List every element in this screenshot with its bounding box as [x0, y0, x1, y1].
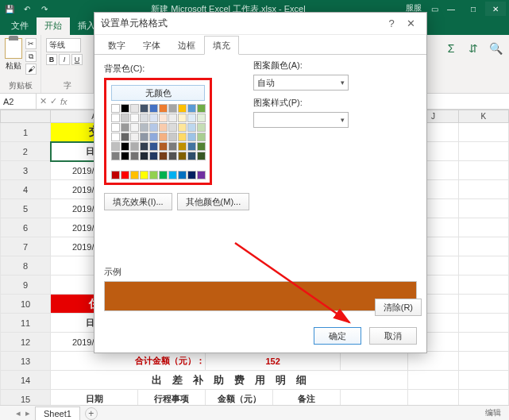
- color-swatch[interactable]: [111, 152, 120, 160]
- color-swatch[interactable]: [149, 133, 158, 141]
- color-swatch[interactable]: [121, 133, 129, 141]
- color-swatch[interactable]: [159, 123, 168, 132]
- cell[interactable]: 备注: [273, 390, 341, 406]
- color-swatch[interactable]: [149, 123, 158, 132]
- color-swatch[interactable]: [168, 171, 177, 179]
- color-swatch[interactable]: [149, 104, 158, 113]
- tab-home[interactable]: 开始: [37, 17, 70, 35]
- maximize-icon[interactable]: □: [463, 2, 484, 16]
- italic-button[interactable]: I: [59, 54, 70, 65]
- color-swatch[interactable]: [130, 171, 139, 179]
- color-swatch[interactable]: [159, 104, 168, 113]
- color-swatch[interactable]: [187, 152, 196, 160]
- clear-button[interactable]: 清除(R): [375, 299, 422, 316]
- color-swatch[interactable]: [168, 123, 177, 132]
- color-swatch[interactable]: [197, 142, 206, 151]
- color-swatch[interactable]: [178, 123, 187, 132]
- color-swatch[interactable]: [111, 142, 120, 151]
- paste-button[interactable]: 粘贴: [5, 38, 22, 71]
- color-swatch[interactable]: [187, 114, 196, 122]
- cell[interactable]: 合计金额（元）：: [51, 352, 206, 371]
- col-K[interactable]: K: [458, 110, 508, 123]
- color-swatch[interactable]: [140, 123, 148, 132]
- sheet-nav-next-icon[interactable]: ▸: [25, 408, 30, 418]
- cut-icon[interactable]: ✂: [25, 38, 37, 49]
- name-box[interactable]: A2: [0, 94, 37, 109]
- cell[interactable]: 出 差 补 助 费 用 明 细: [51, 371, 408, 390]
- color-swatch[interactable]: [121, 171, 129, 179]
- color-swatch[interactable]: [187, 142, 196, 151]
- ok-button[interactable]: 确定: [314, 327, 361, 345]
- tab-file[interactable]: 文件: [3, 17, 37, 35]
- color-swatch[interactable]: [149, 114, 158, 122]
- color-swatch[interactable]: [197, 104, 206, 113]
- color-swatch[interactable]: [130, 152, 139, 160]
- cell[interactable]: 152: [205, 352, 340, 371]
- color-swatch[interactable]: [130, 142, 139, 151]
- copy-icon[interactable]: ⧉: [25, 51, 37, 62]
- color-swatch[interactable]: [149, 142, 158, 151]
- color-swatch[interactable]: [140, 152, 148, 160]
- color-swatch[interactable]: [178, 152, 187, 160]
- color-swatch[interactable]: [111, 104, 120, 113]
- pattern-color-select[interactable]: 自动 ▾: [253, 75, 349, 91]
- color-swatch[interactable]: [149, 152, 158, 160]
- ribbon-options-icon[interactable]: ▭: [428, 2, 441, 15]
- color-swatch[interactable]: [111, 133, 120, 141]
- color-swatch[interactable]: [140, 114, 148, 122]
- dialog-help-icon[interactable]: ?: [382, 17, 401, 29]
- cancel-button[interactable]: 取消: [369, 327, 417, 345]
- color-swatch[interactable]: [130, 104, 139, 113]
- color-swatch[interactable]: [168, 114, 177, 122]
- add-sheet-button[interactable]: +: [85, 407, 98, 420]
- color-swatch[interactable]: [197, 114, 206, 122]
- minimize-icon[interactable]: —: [441, 2, 461, 16]
- save-icon[interactable]: 💾: [3, 2, 16, 15]
- color-swatch[interactable]: [159, 142, 168, 151]
- close-icon[interactable]: ✕: [485, 2, 506, 16]
- color-swatch[interactable]: [121, 114, 129, 122]
- tab-fill[interactable]: 填充: [204, 36, 239, 55]
- color-swatch[interactable]: [121, 152, 129, 160]
- color-swatch[interactable]: [197, 123, 206, 132]
- color-swatch[interactable]: [159, 133, 168, 141]
- color-swatch[interactable]: [168, 152, 177, 160]
- autosum-icon[interactable]: Σ: [442, 40, 460, 57]
- tab-border[interactable]: 边框: [169, 36, 204, 55]
- color-swatch[interactable]: [178, 171, 187, 179]
- color-swatch[interactable]: [130, 114, 139, 122]
- color-swatch[interactable]: [159, 171, 168, 179]
- color-swatch[interactable]: [111, 171, 120, 179]
- no-color-button[interactable]: 无颜色: [111, 85, 205, 101]
- font-name-select[interactable]: 等线: [46, 38, 81, 52]
- color-swatch[interactable]: [130, 123, 139, 132]
- color-swatch[interactable]: [187, 171, 196, 179]
- color-swatch[interactable]: [130, 133, 139, 141]
- color-swatch[interactable]: [187, 133, 196, 141]
- color-swatch[interactable]: [111, 114, 120, 122]
- cell[interactable]: 金额（元）: [205, 390, 272, 406]
- color-swatch[interactable]: [178, 114, 187, 122]
- bold-button[interactable]: B: [46, 54, 57, 65]
- color-swatch[interactable]: [178, 104, 187, 113]
- cancel-entry-icon[interactable]: ✕: [40, 96, 47, 106]
- redo-icon[interactable]: ↷: [38, 2, 51, 15]
- color-swatch[interactable]: [121, 142, 129, 151]
- color-swatch[interactable]: [197, 133, 206, 141]
- find-select-icon[interactable]: 🔍: [487, 40, 504, 57]
- color-swatch[interactable]: [140, 142, 148, 151]
- other-colors-button[interactable]: 其他颜色(M)...: [177, 193, 250, 210]
- color-swatch[interactable]: [159, 152, 168, 160]
- color-swatch[interactable]: [140, 133, 148, 141]
- dialog-close-icon[interactable]: ✕: [401, 17, 420, 29]
- fill-effects-button[interactable]: 填充效果(I)...: [104, 193, 172, 210]
- color-swatch[interactable]: [168, 133, 177, 141]
- undo-icon[interactable]: ↶: [21, 2, 33, 15]
- color-swatch[interactable]: [187, 123, 196, 132]
- color-swatch[interactable]: [121, 123, 129, 132]
- color-swatch[interactable]: [140, 171, 148, 179]
- color-swatch[interactable]: [121, 104, 129, 113]
- color-swatch[interactable]: [159, 114, 168, 122]
- confirm-entry-icon[interactable]: ✓: [50, 96, 57, 106]
- color-swatch[interactable]: [149, 171, 158, 179]
